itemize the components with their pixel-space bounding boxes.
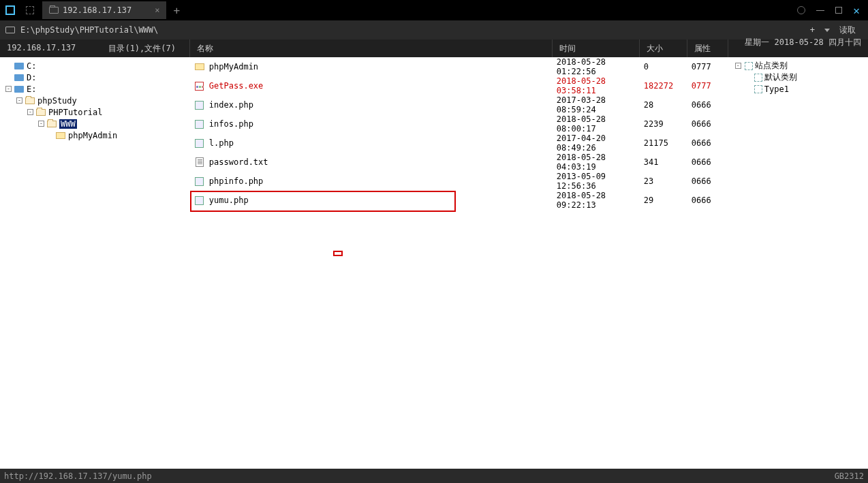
file-row[interactable]: index.php2017-03-28 08:59:24280666 [189,95,732,114]
file-time: 2017-04-20 08:49:26 [557,134,644,153]
add-button[interactable]: + [810,25,815,35]
file-size: 341 [644,157,692,167]
category-icon [745,62,753,70]
file-size: 23 [644,176,692,186]
tab[interactable]: 192.168.17.137 × [42,1,166,19]
category-root[interactable]: - 站点类别 [735,60,865,72]
file-size: 0 [644,62,692,72]
folder-open-icon [36,109,46,116]
collapse-icon[interactable]: - [5,86,12,92]
file-perm: 0777 [692,81,732,91]
header-counts: 目录(1),文件(7) [108,43,189,54]
read-button[interactable]: 读取 [839,25,856,36]
collapse-icon[interactable]: - [16,97,22,104]
file-row[interactable]: phpinfo.php2013-05-09 12:56:36230666 [189,172,732,191]
tree-label: E: [27,84,36,94]
file-name: password.txt [209,157,557,167]
select-tool-button[interactable] [20,1,40,20]
file-type-icon [194,99,205,110]
file-row[interactable]: l.php2017-04-20 08:49:26211750666 [189,134,732,153]
tree-drive-e[interactable]: - E: [1,83,187,95]
tree-phptutorial[interactable]: - PHPTutorial [1,106,187,118]
tree-label-selected: WWW [59,119,77,129]
titlebar: 192.168.17.137 × + ✕ [0,0,868,20]
highlight-marker [333,251,343,256]
file-time: 2018-05-28 04:03:19 [557,153,644,172]
collapse-icon[interactable]: - [38,121,44,127]
tab-title: 192.168.17.137 [63,5,131,15]
date-info: 星期一 2018-05-28 四月十四 [745,37,861,48]
chevron-down-icon[interactable] [824,29,830,32]
file-row[interactable]: password.txt2018-05-28 04:03:193410666 [189,153,732,172]
file-name: GetPass.exe [209,81,557,91]
tree-label: D: [27,73,36,82]
window-controls: ✕ [797,4,868,17]
tree-drive-d[interactable]: D: [1,72,187,83]
folder-open-icon [47,121,57,127]
tree-label: PHPTutorial [48,108,102,117]
file-size: 21175 [644,138,692,148]
tree-www[interactable]: - WWW [1,118,187,129]
header-ip: 192.168.17.137 [0,43,76,54]
category-default[interactable]: 默认类别 [735,72,865,83]
file-time: 2018-05-28 09:22:13 [557,191,644,210]
folder-icon [56,132,65,139]
tree-phpstudy[interactable]: - phpStudy [1,95,187,106]
path-bar: E:\phpStudy\PHPTutorial\WWW\ + 读取 [0,20,868,40]
drive-icon [14,63,24,69]
window-unknown-button[interactable] [797,6,805,14]
category-icon [754,85,762,93]
tab-close-button[interactable]: × [155,5,159,15]
file-type-icon [194,61,205,72]
file-size: 2239 [644,119,692,129]
drive-icon [14,74,24,81]
file-list[interactable]: phpMyAdmin2018-05-28 01:22:5600777GetPas… [189,57,732,469]
col-name[interactable]: 名称 [190,40,553,57]
file-time: 2018-05-28 08:00:17 [557,114,644,134]
file-row[interactable]: phpMyAdmin2018-05-28 01:22:5600777 [189,57,732,76]
file-time: 2018-05-28 03:58:11 [557,76,644,95]
category-label: 默认类别 [764,72,797,83]
file-perm: 0777 [692,62,732,72]
maximize-button[interactable] [835,7,842,14]
col-size[interactable]: 大小 [640,40,687,57]
file-name: infos.php [209,119,557,129]
tree-label: phpMyAdmin [68,131,117,140]
file-row[interactable]: GetPass.exe2018-05-28 03:58:111822720777 [189,76,732,95]
category-label: Type1 [764,84,789,94]
categories-panel[interactable]: - 站点类别 默认类别 Type1 [732,57,868,469]
file-time: 2013-05-09 12:56:36 [557,172,644,191]
file-time: 2018-05-28 01:22:56 [557,57,644,76]
file-size: 29 [644,196,692,205]
file-name: phpMyAdmin [209,62,557,72]
file-time: 2017-03-28 08:59:24 [557,95,644,114]
new-tab-button[interactable]: + [173,4,180,17]
file-type-icon [194,176,205,187]
col-perm[interactable]: 属性 [687,40,728,57]
close-button[interactable]: ✕ [853,4,860,17]
file-perm: 0666 [692,196,732,205]
tree-phpmyadmin[interactable]: phpMyAdmin [1,129,187,141]
file-type-icon [194,157,205,168]
current-path[interactable]: E:\phpStudy\PHPTutorial\WWW\ [20,25,158,35]
file-name: phpinfo.php [209,176,557,186]
directory-tree[interactable]: C: D: - E: - phpStudy - PHPTutorial - WW… [0,57,189,469]
col-time[interactable]: 时间 [553,40,640,57]
file-row[interactable]: infos.php2018-05-28 08:00:1722390666 [189,114,732,134]
file-size: 182272 [644,81,692,91]
folder-icon [5,27,15,33]
tree-drive-c[interactable]: C: [1,60,187,72]
category-type1[interactable]: Type1 [735,83,865,95]
file-perm: 0666 [692,119,732,129]
status-url: http://192.168.17.137/yumu.php [4,471,152,481]
minimize-button[interactable] [816,10,824,11]
main-area: C: D: - E: - phpStudy - PHPTutorial - WW… [0,57,868,469]
folder-open-icon [25,97,35,104]
file-perm: 0666 [692,100,732,110]
file-row[interactable]: yumu.php2018-05-28 09:22:13290666 [189,191,732,210]
file-type-icon [194,119,205,129]
collapse-icon[interactable]: - [27,109,33,115]
collapse-icon[interactable]: - [735,63,741,69]
file-perm: 0666 [692,176,732,186]
drive-icon [14,86,24,93]
